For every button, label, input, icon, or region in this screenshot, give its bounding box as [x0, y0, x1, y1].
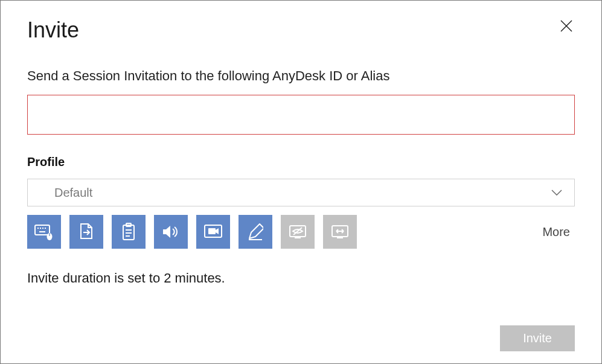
close-icon	[560, 19, 573, 33]
invite-button[interactable]: Invite	[500, 325, 575, 351]
permission-clipboard[interactable]	[112, 215, 146, 249]
draw-icon	[248, 223, 263, 240]
permission-privacy[interactable]	[281, 215, 315, 249]
clipboard-icon	[121, 223, 136, 241]
permissions-toolbar: More	[27, 215, 575, 249]
anydesk-id-input[interactable]	[27, 95, 575, 135]
profile-label: Profile	[27, 155, 575, 169]
file-transfer-icon	[78, 223, 94, 241]
privacy-icon	[288, 224, 307, 240]
switch-sides-icon	[330, 224, 350, 240]
keyboard-mouse-icon	[34, 223, 54, 240]
close-button[interactable]	[558, 18, 575, 34]
more-link[interactable]: More	[542, 225, 575, 239]
svg-rect-16	[208, 228, 216, 234]
profile-value: Default	[54, 186, 92, 200]
permission-file-transfer[interactable]	[69, 215, 103, 249]
permission-audio[interactable]	[154, 215, 188, 249]
video-icon	[203, 224, 223, 240]
dialog-title: Invite	[27, 18, 575, 43]
permission-draw[interactable]	[239, 215, 272, 249]
chevron-down-icon	[551, 190, 562, 196]
duration-text: Invite duration is set to 2 minutes.	[27, 270, 575, 286]
svg-line-20	[293, 228, 302, 235]
permission-video[interactable]	[196, 215, 230, 249]
permission-keyboard-mouse[interactable]	[27, 215, 61, 249]
profile-select[interactable]: Default	[27, 179, 575, 206]
permission-switch-sides[interactable]	[323, 215, 357, 249]
instruction-text: Send a Session Invitation to the followi…	[27, 68, 575, 84]
audio-icon	[162, 224, 180, 240]
svg-rect-2	[35, 225, 50, 235]
